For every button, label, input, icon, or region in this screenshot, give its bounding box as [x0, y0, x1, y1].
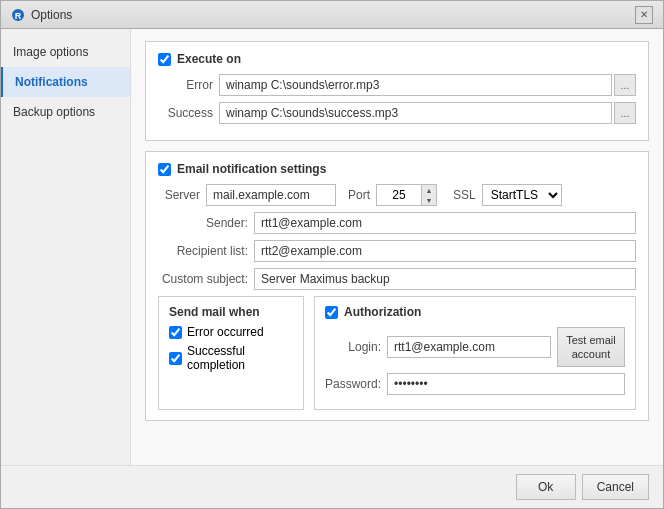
login-input[interactable] [387, 336, 551, 358]
sender-label: Sender: [158, 216, 248, 230]
sender-input[interactable] [254, 212, 636, 234]
password-label: Password: [325, 377, 381, 391]
server-label: Server [158, 188, 200, 202]
error-row: Error ... [158, 74, 636, 96]
auth-box: Authorization Login: Test email account … [314, 296, 636, 410]
execute-on-header: Execute on [158, 52, 636, 66]
error-browse-button[interactable]: ... [614, 74, 636, 96]
success-completion-row: Successful completion [169, 344, 293, 372]
error-input-wrapper: ... [219, 74, 636, 96]
sidebar: Image options Notifications Backup optio… [1, 29, 131, 465]
cancel-button[interactable]: Cancel [582, 474, 649, 500]
recipient-row: Recipient list: [158, 240, 636, 262]
port-label: Port [348, 188, 370, 202]
ssl-label: SSL [453, 188, 476, 202]
port-decrement-button[interactable]: ▼ [422, 195, 436, 205]
recipient-input[interactable] [254, 240, 636, 262]
execute-on-checkbox[interactable] [158, 53, 171, 66]
auth-checkbox[interactable] [325, 306, 338, 319]
test-btn-line2: account [572, 348, 611, 360]
title-bar-left: R Options [11, 8, 72, 22]
success-row: Success ... [158, 102, 636, 124]
port-increment-button[interactable]: ▲ [422, 185, 436, 195]
email-section-header: Email notification settings [158, 162, 636, 176]
ok-button[interactable]: Ok [516, 474, 576, 500]
port-spinner: ▲ ▼ [421, 184, 437, 206]
error-occurred-row: Error occurred [169, 325, 293, 339]
app-icon: R [11, 8, 25, 22]
auth-header: Authorization [325, 305, 625, 319]
error-occurred-label: Error occurred [187, 325, 264, 339]
error-occurred-checkbox[interactable] [169, 326, 182, 339]
main-content: Execute on Error ... Success ... [131, 29, 663, 465]
dialog-title: Options [31, 8, 72, 22]
execute-on-title: Execute on [177, 52, 241, 66]
login-row: Login: Test email account [325, 327, 625, 367]
port-wrapper: ▲ ▼ [376, 184, 437, 206]
success-completion-checkbox[interactable] [169, 352, 182, 365]
server-row: Server Port ▲ ▼ SSL StartTLS None [158, 184, 636, 206]
send-mail-box: Send mail when Error occurred Successful… [158, 296, 304, 410]
send-mail-title: Send mail when [169, 305, 293, 319]
email-section: Email notification settings Server Port … [145, 151, 649, 421]
subject-input[interactable] [254, 268, 636, 290]
title-bar: R Options ✕ [1, 1, 663, 29]
footer: Ok Cancel [1, 465, 663, 508]
port-input[interactable] [376, 184, 421, 206]
email-section-title: Email notification settings [177, 162, 326, 176]
error-label: Error [158, 78, 213, 92]
error-input[interactable] [219, 74, 612, 96]
sender-row: Sender: [158, 212, 636, 234]
server-input[interactable] [206, 184, 336, 206]
recipient-label: Recipient list: [158, 244, 248, 258]
test-email-button[interactable]: Test email account [557, 327, 625, 367]
password-input[interactable] [387, 373, 625, 395]
svg-text:R: R [15, 11, 22, 21]
success-input[interactable] [219, 102, 612, 124]
password-row: Password: [325, 373, 625, 395]
ssl-select[interactable]: StartTLS None SSL/TLS [482, 184, 562, 206]
sidebar-item-notifications[interactable]: Notifications [1, 67, 130, 97]
success-completion-label: Successful completion [187, 344, 293, 372]
bottom-section: Send mail when Error occurred Successful… [158, 296, 636, 410]
sidebar-item-image-options[interactable]: Image options [1, 37, 130, 67]
sidebar-item-backup-options[interactable]: Backup options [1, 97, 130, 127]
success-browse-button[interactable]: ... [614, 102, 636, 124]
subject-label: Custom subject: [158, 272, 248, 286]
success-label: Success [158, 106, 213, 120]
auth-title: Authorization [344, 305, 421, 319]
close-button[interactable]: ✕ [635, 6, 653, 24]
dialog-body: Image options Notifications Backup optio… [1, 29, 663, 465]
success-input-wrapper: ... [219, 102, 636, 124]
test-btn-line1: Test email [566, 334, 616, 346]
execute-on-section: Execute on Error ... Success ... [145, 41, 649, 141]
login-label: Login: [325, 340, 381, 354]
options-dialog: R Options ✕ Image options Notifications … [0, 0, 664, 509]
subject-row: Custom subject: [158, 268, 636, 290]
email-notification-checkbox[interactable] [158, 163, 171, 176]
